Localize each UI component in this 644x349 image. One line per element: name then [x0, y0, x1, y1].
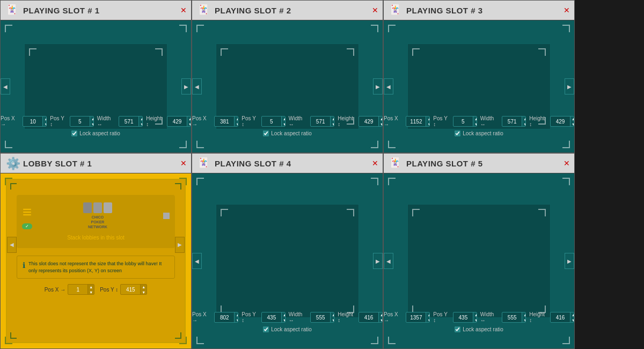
- slot4-posy-field[interactable]: [262, 315, 281, 321]
- slot4-height-input[interactable]: ▲ ▼: [358, 312, 383, 323]
- slot3-width-field[interactable]: [502, 119, 522, 125]
- lobby1-posy-field[interactable]: [121, 287, 140, 293]
- lobby1-posy-up[interactable]: ▲: [140, 284, 147, 289]
- slot1-lock-checkbox[interactable]: [71, 130, 77, 136]
- slot5-posx-up[interactable]: ▲: [426, 312, 430, 317]
- slot5-posx-input[interactable]: ▲ ▼: [406, 312, 430, 323]
- slot2-corner-br[interactable]: [371, 141, 378, 148]
- slot1-height-field[interactable]: [167, 119, 187, 125]
- lobby1-inner-tl[interactable]: [10, 183, 17, 190]
- slot4-posx-input[interactable]: ▲ ▼: [214, 312, 238, 323]
- slot2-posx-field[interactable]: [215, 119, 234, 125]
- slot4-posy-input[interactable]: ▲ ▼: [261, 312, 286, 323]
- slot1-close-button[interactable]: ✕: [180, 6, 187, 14]
- slot5-height-field[interactable]: [551, 315, 570, 321]
- lobby1-posx-up[interactable]: ▲: [87, 284, 94, 289]
- slot2-inner-tl[interactable]: [221, 48, 228, 56]
- slot3-posx-down[interactable]: ▼: [426, 121, 430, 127]
- slot2-height-input[interactable]: ▲ ▼: [358, 116, 383, 127]
- slot1-posx-up[interactable]: ▲: [42, 116, 47, 121]
- slot1-right-arrow[interactable]: ▶: [181, 78, 191, 94]
- slot4-inner-tr[interactable]: [347, 209, 354, 216]
- slot4-corner-tr[interactable]: [371, 178, 378, 185]
- slot2-inner-tr[interactable]: [347, 48, 354, 56]
- slot5-height-down[interactable]: ▼: [570, 317, 574, 323]
- slot5-close-button[interactable]: ✕: [564, 159, 570, 168]
- slot1-width-down[interactable]: ▼: [138, 121, 143, 127]
- lobby1-posx-input[interactable]: ▲ ▼: [68, 284, 94, 295]
- slot2-width-down[interactable]: ▼: [330, 121, 334, 127]
- lobby1-inner-tr[interactable]: [175, 183, 181, 190]
- slot1-posx-field[interactable]: [23, 119, 42, 125]
- slot2-corner-tr[interactable]: [371, 25, 378, 32]
- slot3-left-arrow[interactable]: ◀: [384, 78, 393, 94]
- slot3-posy-down[interactable]: ▼: [473, 121, 477, 127]
- slot5-posx-down[interactable]: ▼: [426, 317, 430, 323]
- slot5-width-field[interactable]: [502, 315, 522, 321]
- slot1-height-down[interactable]: ▼: [187, 121, 191, 127]
- slot5-height-input[interactable]: ▲ ▼: [550, 312, 574, 323]
- slot4-lock-checkbox[interactable]: [263, 326, 269, 332]
- slot3-corner-tr[interactable]: [562, 25, 570, 32]
- slot4-width-down[interactable]: ▼: [330, 317, 334, 323]
- slot3-corner-bl[interactable]: [388, 141, 396, 148]
- slot4-close-button[interactable]: ✕: [372, 159, 378, 168]
- slot1-posx-down[interactable]: ▼: [42, 121, 47, 127]
- lobby1-outer-bl[interactable]: [5, 337, 12, 344]
- slot3-posy-input[interactable]: ▲ ▼: [453, 116, 477, 127]
- lobby1-right-arrow[interactable]: ▶: [175, 237, 185, 253]
- slot1-height-up[interactable]: ▲: [187, 116, 191, 121]
- slot4-width-up[interactable]: ▲: [330, 312, 334, 317]
- slot1-posx-input[interactable]: ▲ ▼: [23, 116, 47, 127]
- slot5-lock-checkbox[interactable]: [455, 326, 460, 332]
- slot3-width-down[interactable]: ▼: [522, 121, 526, 127]
- slot3-height-field[interactable]: [551, 119, 570, 125]
- slot4-corner-tl[interactable]: [196, 178, 204, 185]
- lobby1-posx-field[interactable]: [68, 287, 87, 293]
- slot3-right-arrow[interactable]: ▶: [565, 78, 574, 94]
- slot2-corner-bl[interactable]: [196, 141, 204, 148]
- slot3-corner-br[interactable]: [562, 141, 570, 148]
- slot5-posy-input[interactable]: ▲ ▼: [453, 312, 477, 323]
- slot4-corner-br[interactable]: [371, 337, 378, 344]
- slot5-height-up[interactable]: ▲: [570, 312, 574, 317]
- slot3-posx-input[interactable]: ▲ ▼: [406, 116, 430, 127]
- slot1-left-arrow[interactable]: ◀: [1, 78, 10, 94]
- slot3-height-up[interactable]: ▲: [570, 116, 574, 121]
- slot2-close-button[interactable]: ✕: [372, 6, 378, 14]
- corner-tr[interactable]: [179, 25, 187, 32]
- slot3-posx-field[interactable]: [406, 119, 426, 125]
- slot3-posy-field[interactable]: [453, 119, 473, 125]
- corner-br[interactable]: [179, 141, 187, 148]
- slot2-posy-up[interactable]: ▲: [281, 116, 286, 121]
- slot3-close-button[interactable]: ✕: [564, 6, 570, 14]
- slot3-lock-checkbox[interactable]: [455, 130, 460, 136]
- slot5-posx-field[interactable]: [406, 315, 426, 321]
- inner-corner-tr[interactable]: [155, 48, 163, 56]
- slot4-width-input[interactable]: ▲ ▼: [310, 312, 334, 323]
- slot3-height-down[interactable]: ▼: [570, 121, 574, 127]
- slot4-left-arrow[interactable]: ◀: [192, 253, 202, 269]
- slot4-posx-down[interactable]: ▼: [234, 317, 238, 323]
- slot2-posx-input[interactable]: ▲ ▼: [214, 116, 238, 127]
- slot5-posy-down[interactable]: ▼: [473, 317, 477, 323]
- lobby1-posx-down[interactable]: ▼: [87, 289, 94, 295]
- slot5-inner-tr[interactable]: [538, 209, 546, 216]
- slot4-height-up[interactable]: ▲: [378, 312, 383, 317]
- slot4-posx-field[interactable]: [215, 315, 234, 321]
- slot5-corner-tr[interactable]: [562, 178, 570, 185]
- slot1-height-input[interactable]: ▲ ▼: [167, 116, 191, 127]
- slot2-width-up[interactable]: ▲: [330, 116, 334, 121]
- slot5-corner-tl[interactable]: [388, 178, 396, 185]
- slot2-height-down[interactable]: ▼: [378, 121, 383, 127]
- slot1-posy-input[interactable]: ▲ ▼: [70, 116, 94, 127]
- slot2-posx-up[interactable]: ▲: [234, 116, 238, 121]
- slot5-posy-field[interactable]: [453, 315, 473, 321]
- slot2-height-up[interactable]: ▲: [378, 116, 383, 121]
- slot3-posx-up[interactable]: ▲: [426, 116, 430, 121]
- slot4-inner-tl[interactable]: [221, 209, 228, 216]
- slot4-height-field[interactable]: [359, 315, 378, 321]
- slot1-width-input[interactable]: ▲ ▼: [119, 116, 143, 127]
- slot4-posx-up[interactable]: ▲: [234, 312, 238, 317]
- slot3-posy-up[interactable]: ▲: [473, 116, 477, 121]
